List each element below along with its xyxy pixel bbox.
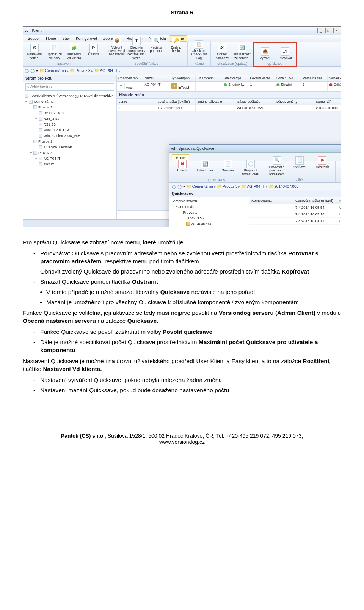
popup-breadcrumb-item[interactable]: 📁 20140407.000 xyxy=(269,184,299,189)
component-grid: Check-In možnýNázevTyp komponentyUzamčen… xyxy=(117,75,341,91)
qs-tree-node[interactable]: −Archive serveru xyxy=(171,198,247,204)
qs-tree-node[interactable]: −Cementárna xyxy=(171,204,247,209)
qs-table-row[interactable]: 7.4.2014 16:04:17Obrazovka Linka AD xyxy=(249,218,341,225)
folder-icon xyxy=(39,111,42,115)
popup-titlebar: vd - Spravovat Quicksave _ □ × xyxy=(169,145,341,153)
qs-tree-node[interactable]: 20140407.000 xyxy=(171,226,247,227)
menu-konfigurovat[interactable]: Konfigurovat xyxy=(73,36,100,41)
popup-btn-odstranit[interactable]: ✖Odstranit xyxy=(312,156,333,177)
minimize-button[interactable]: _ xyxy=(317,28,323,33)
ribbon-group-quicksave: 📥Vytvořit🗂SpravovatQuicksave xyxy=(254,42,297,66)
intro-paragraph: Pro správu Quicksave se zobrazí nové men… xyxy=(23,239,341,247)
ribbon-icon: 🛠 xyxy=(218,44,226,52)
quicksave-tree[interactable]: −Archive serveru−Cementárna−Provoz 1−R25… xyxy=(169,197,249,227)
ribbon-icon: 📥 xyxy=(261,47,269,56)
tree-node[interactable]: +R25_3 S7 xyxy=(25,116,115,121)
screenshot-main: vd - Klient _ □ × SouborHomeStavKonfigur… xyxy=(23,26,341,227)
archive-root: Archiv klienta "E:\Versiondog_DATA\vdCli… xyxy=(25,93,115,99)
footer-line1: , Sušilova 1528/1, 500 02 Hradec Králové… xyxy=(105,433,303,439)
tree-node[interactable]: +AG P04 IT xyxy=(25,156,115,161)
breadcrumb-item[interactable]: 📁 Cementárna xyxy=(39,69,66,73)
grid-row[interactable]: ✔AnoAG P04 ITITInTouchShodný (7.4.2014 1… xyxy=(117,82,341,91)
dash-list-2: Funkce Quicksave se povolí zaškrtnutím v… xyxy=(23,328,341,354)
page-header: Strana 6 xyxy=(23,9,341,16)
ribbon: ⚙Nastavení editoru📄Upravit INI soubory🧩N… xyxy=(23,42,341,67)
folder-icon xyxy=(39,117,42,121)
folder-icon xyxy=(33,105,37,109)
close-button[interactable]: × xyxy=(333,28,339,33)
popup-btn-aktualizovat[interactable]: 🔄Aktualizovat xyxy=(195,159,216,177)
tree-node[interactable]: −Cementárna xyxy=(25,99,115,104)
quicksave-manage-window: vd - Spravovat Quicksave _ □ × Home ✖Uza… xyxy=(169,144,341,227)
list-item: Nastavení mazání Quicksave, pokud bude d… xyxy=(33,387,341,395)
ribbon-btn-změnit-heslo[interactable]: 🔑Změnit heslo xyxy=(167,36,185,61)
popup-btn-přepnout-formát-času[interactable]: 🕒Přepnout formát času xyxy=(240,159,261,177)
popup-breadcrumb-item[interactable]: 📁 Provoz 3 xyxy=(217,184,237,189)
ribbon-btn-opravit-databáze[interactable]: 🛠Opravit databáze xyxy=(213,43,231,61)
popup-btn-uzavřít[interactable]: ✖Uzavřít xyxy=(172,159,193,177)
ribbon-icon: 🔍 xyxy=(152,37,160,45)
menu-home[interactable]: Home xyxy=(43,36,59,41)
qs-tree-node[interactable]: 20140407.001 xyxy=(171,221,247,226)
list-item: Dále je možné specifikovat počet Quicksa… xyxy=(33,338,341,354)
ribbon-btn-aktualizovat-ze-serveru[interactable]: 🔄Aktualizovat ze serveru xyxy=(233,43,251,61)
article-body: Pro správu Quicksave se zobrazí nové men… xyxy=(23,239,341,395)
popup-breadcrumb-item[interactable]: 📁 Cementárna xyxy=(187,184,213,189)
ribbon-icon: 🧩 xyxy=(70,44,78,52)
menu-stav[interactable]: Stav xyxy=(59,36,73,41)
tree-node[interactable]: −Provoz 1 xyxy=(25,104,115,110)
ribbon-btn-vytvořit-novou-verzi-bez-rozdílů[interactable]: 📦Vytvořit novou verzi bez rozdílů xyxy=(108,36,126,61)
history-title: Historie změn xyxy=(117,92,341,99)
popup-btn-porovnat-s-pracovním-adresářem[interactable]: 🔍Porovnat s pracovním adresářem xyxy=(266,156,287,177)
history-panel: Historie změn Verzesová značka (lokální)… xyxy=(117,91,341,112)
maximize-button[interactable]: □ xyxy=(325,28,331,33)
project-tree[interactable]: Archiv klienta "E:\Versiondog_DATA\vdCli… xyxy=(23,92,116,219)
popup-btn-seznam[interactable]: 📄Seznam xyxy=(217,159,238,177)
ribbon-btn-check-in-komponenty-bez-základní-verze[interactable]: ⬆Check-In komponenty bez základní verze xyxy=(127,36,146,61)
tree-node[interactable]: +P02 IT xyxy=(25,161,115,167)
tree-node[interactable]: WinCC Flex 2008_P05 xyxy=(25,133,115,138)
paragraph-2: Funkce Quicksave je volitelná, její akti… xyxy=(23,309,341,325)
folder-icon xyxy=(39,157,42,160)
ribbon-btn-check-in-check-out-log[interactable]: 📋Check-In \ Check-Out Log xyxy=(190,39,208,61)
qs-tree-node[interactable]: −Provoz 1 xyxy=(171,209,247,215)
tree-node[interactable]: WinCC 7.0_P04 xyxy=(25,127,115,133)
ribbon-btn-vytvořit[interactable]: 📥Vytvořit xyxy=(256,47,274,61)
list-item: Mazání je umožněno i pro všechny Quicksa… xyxy=(46,299,341,307)
popup-group-Výběr: 🔍Porovnat s pracovním adresářem📄Kopírova… xyxy=(264,161,336,182)
grid-header: Check-In možnýNázevTyp komponentyUzamčen… xyxy=(117,75,341,82)
popup-breadcrumb-item[interactable]: 📁 AG P04 IT xyxy=(242,184,265,189)
btn-icon: ✖ xyxy=(178,160,187,168)
popup-btn-kopírovat[interactable]: 📄Kopírovat xyxy=(289,156,310,177)
popup-ribbon: ✖Uzavřít🔄Aktualizovat📄Seznam🕒Přepnout fo… xyxy=(169,161,341,183)
footer-link: www.versiondog.cz xyxy=(159,439,205,445)
ribbon-btn-nastavení-vd-klienta[interactable]: 🧩Nastavení Vd klienta xyxy=(65,43,83,61)
list-item: V tomto případě je možné smazat libovoln… xyxy=(46,288,341,296)
list-item: Obnovit zvolený Quicksave do pracovního … xyxy=(33,268,341,276)
list-item: Porovnávat Quicksave s pracovním adresář… xyxy=(33,250,341,266)
list-item: Funkce Quicksave se povolí zaškrtnutím v… xyxy=(33,328,341,336)
qs-table-row[interactable]: 7.4.2014 16:05:54Uprava 7.4.2014 xyxy=(249,204,341,211)
ribbon-btn-čeština[interactable]: 🏳Čeština xyxy=(85,43,103,61)
breadcrumb-item[interactable]: 📁 Provoz 3 xyxy=(70,69,90,73)
ribbon-btn-spravovat[interactable]: 🗂Spravovat xyxy=(276,47,294,61)
menu-soubor[interactable]: Soubor xyxy=(25,36,43,41)
btn-icon: 📄 xyxy=(224,160,232,168)
search-input[interactable]: <Vyhledávání> xyxy=(25,83,114,91)
tree-node[interactable]: +R21 S7_400 xyxy=(25,110,115,116)
tree-node[interactable]: +R31 S5 xyxy=(25,121,115,127)
btn-icon: ✖ xyxy=(318,156,326,165)
tree-node[interactable]: −Provoz 2 xyxy=(25,138,115,144)
folder-icon xyxy=(33,151,37,155)
tree-node[interactable]: +T13 Sch_Modsoft xyxy=(25,144,115,150)
breadcrumb-item[interactable]: 📁 AG P04 IT xyxy=(94,69,118,73)
window-title: vd - Klient xyxy=(25,28,41,33)
qs-tree-node[interactable]: −R25_3 S7 xyxy=(171,215,247,221)
ribbon-btn-nastavení-editoru[interactable]: ⚙Nastavení editoru xyxy=(25,43,44,61)
tree-node[interactable]: −Provoz 3 xyxy=(25,150,115,156)
ribbon-btn-načíst-a-porovnat[interactable]: 🔍Načíst a porovnat xyxy=(147,36,165,61)
qs-table-row[interactable]: 7.4.2014 16:05:16Uprava 6.4.2014 xyxy=(249,211,341,218)
popup-title: vd - Spravovat Quicksave xyxy=(171,146,214,151)
list-item: Nastavení vytváření Quicksave, pokud neb… xyxy=(33,376,341,384)
ribbon-btn-upravit-ini-soubory[interactable]: 📄Upravit INI soubory xyxy=(45,43,63,61)
